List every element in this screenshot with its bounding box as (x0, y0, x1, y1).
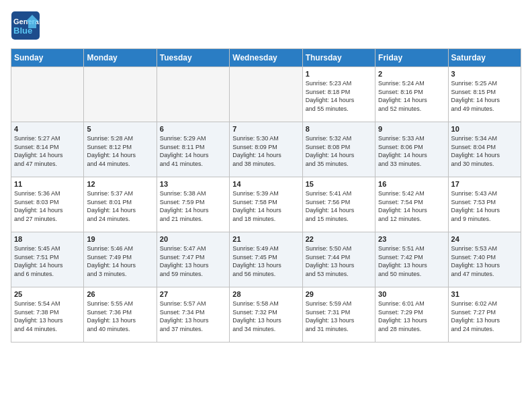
day-number: 11 (14, 180, 81, 188)
calendar-cell: 13Sunrise: 5:38 AM Sunset: 7:59 PM Dayli… (157, 177, 229, 232)
day-number: 14 (232, 180, 299, 188)
day-info: Sunrise: 5:33 AM Sunset: 8:06 PM Dayligh… (378, 134, 445, 168)
day-info: Sunrise: 5:27 AM Sunset: 8:14 PM Dayligh… (14, 134, 81, 168)
weekday-header-monday: Monday (84, 49, 157, 67)
day-number: 29 (306, 290, 372, 298)
day-info: Sunrise: 5:39 AM Sunset: 7:58 PM Dayligh… (232, 189, 299, 223)
day-number: 17 (451, 180, 518, 188)
day-number: 4 (14, 125, 81, 133)
day-number: 8 (306, 125, 372, 133)
day-number: 24 (451, 235, 518, 243)
page-header: General Blue (11, 11, 521, 40)
day-info: Sunrise: 5:32 AM Sunset: 8:08 PM Dayligh… (306, 134, 372, 168)
calendar-cell (157, 67, 229, 122)
day-number: 10 (451, 125, 518, 133)
day-info: Sunrise: 5:54 AM Sunset: 7:38 PM Dayligh… (14, 300, 81, 333)
day-info: Sunrise: 5:51 AM Sunset: 7:42 PM Dayligh… (378, 244, 445, 278)
day-number: 3 (451, 70, 518, 78)
day-info: Sunrise: 5:30 AM Sunset: 8:09 PM Dayligh… (232, 134, 299, 168)
day-info: Sunrise: 5:38 AM Sunset: 7:59 PM Dayligh… (160, 189, 226, 223)
day-info: Sunrise: 5:42 AM Sunset: 7:54 PM Dayligh… (378, 189, 445, 223)
day-info: Sunrise: 5:58 AM Sunset: 7:32 PM Dayligh… (232, 300, 299, 333)
calendar-cell: 4Sunrise: 5:27 AM Sunset: 8:14 PM Daylig… (11, 122, 84, 177)
weekday-header-thursday: Thursday (302, 49, 375, 67)
day-info: Sunrise: 5:59 AM Sunset: 7:31 PM Dayligh… (306, 300, 372, 333)
calendar-cell: 8Sunrise: 5:32 AM Sunset: 8:08 PM Daylig… (302, 122, 375, 177)
calendar-cell: 9Sunrise: 5:33 AM Sunset: 8:06 PM Daylig… (375, 122, 448, 177)
day-number: 26 (87, 290, 153, 298)
day-info: Sunrise: 5:24 AM Sunset: 8:16 PM Dayligh… (378, 79, 445, 113)
logo: General Blue (11, 11, 40, 40)
calendar-cell: 24Sunrise: 5:53 AM Sunset: 7:40 PM Dayli… (448, 232, 521, 287)
calendar-cell: 25Sunrise: 5:54 AM Sunset: 7:38 PM Dayli… (11, 287, 84, 342)
day-number: 7 (232, 125, 299, 133)
day-number: 28 (232, 290, 299, 298)
calendar-week-row: 11Sunrise: 5:36 AM Sunset: 8:03 PM Dayli… (11, 177, 521, 232)
calendar-table: SundayMondayTuesdayWednesdayThursdayFrid… (11, 48, 521, 342)
calendar-cell: 19Sunrise: 5:46 AM Sunset: 7:49 PM Dayli… (84, 232, 157, 287)
day-info: Sunrise: 5:43 AM Sunset: 7:53 PM Dayligh… (451, 189, 518, 223)
day-info: Sunrise: 5:29 AM Sunset: 8:11 PM Dayligh… (160, 134, 226, 168)
day-number: 19 (87, 235, 153, 243)
day-number: 18 (14, 235, 81, 243)
day-number: 2 (378, 70, 445, 78)
calendar-week-row: 18Sunrise: 5:45 AM Sunset: 7:51 PM Dayli… (11, 232, 521, 287)
weekday-header-tuesday: Tuesday (157, 49, 229, 67)
day-number: 15 (306, 180, 372, 188)
calendar-cell: 31Sunrise: 6:02 AM Sunset: 7:27 PM Dayli… (448, 287, 521, 342)
day-info: Sunrise: 5:41 AM Sunset: 7:56 PM Dayligh… (306, 189, 372, 223)
calendar-cell: 28Sunrise: 5:58 AM Sunset: 7:32 PM Dayli… (230, 287, 302, 342)
calendar-cell (230, 67, 302, 122)
day-info: Sunrise: 5:37 AM Sunset: 8:01 PM Dayligh… (87, 189, 153, 223)
calendar-week-row: 1Sunrise: 5:23 AM Sunset: 8:18 PM Daylig… (11, 67, 521, 122)
calendar-cell: 10Sunrise: 5:34 AM Sunset: 8:04 PM Dayli… (448, 122, 521, 177)
calendar-cell: 20Sunrise: 5:47 AM Sunset: 7:47 PM Dayli… (157, 232, 229, 287)
day-info: Sunrise: 5:53 AM Sunset: 7:40 PM Dayligh… (451, 244, 518, 278)
calendar-cell: 11Sunrise: 5:36 AM Sunset: 8:03 PM Dayli… (11, 177, 84, 232)
calendar-cell: 1Sunrise: 5:23 AM Sunset: 8:18 PM Daylig… (302, 67, 375, 122)
calendar-week-row: 4Sunrise: 5:27 AM Sunset: 8:14 PM Daylig… (11, 122, 521, 177)
weekday-header-row: SundayMondayTuesdayWednesdayThursdayFrid… (11, 49, 521, 67)
calendar-cell: 27Sunrise: 5:57 AM Sunset: 7:34 PM Dayli… (157, 287, 229, 342)
calendar-cell: 5Sunrise: 5:28 AM Sunset: 8:12 PM Daylig… (84, 122, 157, 177)
day-number: 27 (160, 290, 226, 298)
day-number: 9 (378, 125, 445, 133)
calendar-cell: 18Sunrise: 5:45 AM Sunset: 7:51 PM Dayli… (11, 232, 84, 287)
calendar-cell (11, 67, 84, 122)
day-number: 31 (451, 290, 518, 298)
calendar-cell: 21Sunrise: 5:49 AM Sunset: 7:45 PM Dayli… (230, 232, 302, 287)
calendar-cell: 16Sunrise: 5:42 AM Sunset: 7:54 PM Dayli… (375, 177, 448, 232)
day-number: 21 (232, 235, 299, 243)
day-number: 6 (160, 125, 226, 133)
calendar-cell: 26Sunrise: 5:55 AM Sunset: 7:36 PM Dayli… (84, 287, 157, 342)
day-number: 13 (160, 180, 226, 188)
weekday-header-sunday: Sunday (11, 49, 84, 67)
calendar-week-row: 25Sunrise: 5:54 AM Sunset: 7:38 PM Dayli… (11, 287, 521, 342)
calendar-cell: 29Sunrise: 5:59 AM Sunset: 7:31 PM Dayli… (302, 287, 375, 342)
logo-svg: General Blue (11, 11, 40, 40)
day-number: 1 (306, 70, 372, 78)
day-number: 30 (378, 290, 445, 298)
day-info: Sunrise: 5:57 AM Sunset: 7:34 PM Dayligh… (160, 300, 226, 333)
day-number: 23 (378, 235, 445, 243)
calendar-cell (84, 67, 157, 122)
day-info: Sunrise: 6:02 AM Sunset: 7:27 PM Dayligh… (451, 300, 518, 333)
day-number: 5 (87, 125, 153, 133)
calendar-cell: 22Sunrise: 5:50 AM Sunset: 7:44 PM Dayli… (302, 232, 375, 287)
day-info: Sunrise: 5:49 AM Sunset: 7:45 PM Dayligh… (232, 244, 299, 278)
day-number: 25 (14, 290, 81, 298)
day-number: 16 (378, 180, 445, 188)
calendar-cell: 23Sunrise: 5:51 AM Sunset: 7:42 PM Dayli… (375, 232, 448, 287)
day-info: Sunrise: 5:45 AM Sunset: 7:51 PM Dayligh… (14, 244, 81, 278)
calendar-cell: 15Sunrise: 5:41 AM Sunset: 7:56 PM Dayli… (302, 177, 375, 232)
calendar-cell: 3Sunrise: 5:25 AM Sunset: 8:15 PM Daylig… (448, 67, 521, 122)
day-info: Sunrise: 5:28 AM Sunset: 8:12 PM Dayligh… (87, 134, 153, 168)
day-number: 20 (160, 235, 226, 243)
calendar-cell: 14Sunrise: 5:39 AM Sunset: 7:58 PM Dayli… (230, 177, 302, 232)
calendar-cell: 17Sunrise: 5:43 AM Sunset: 7:53 PM Dayli… (448, 177, 521, 232)
calendar-cell: 12Sunrise: 5:37 AM Sunset: 8:01 PM Dayli… (84, 177, 157, 232)
calendar-cell: 7Sunrise: 5:30 AM Sunset: 8:09 PM Daylig… (230, 122, 302, 177)
day-info: Sunrise: 5:23 AM Sunset: 8:18 PM Dayligh… (306, 79, 372, 113)
day-info: Sunrise: 5:25 AM Sunset: 8:15 PM Dayligh… (451, 79, 518, 113)
calendar-cell: 30Sunrise: 6:01 AM Sunset: 7:29 PM Dayli… (375, 287, 448, 342)
